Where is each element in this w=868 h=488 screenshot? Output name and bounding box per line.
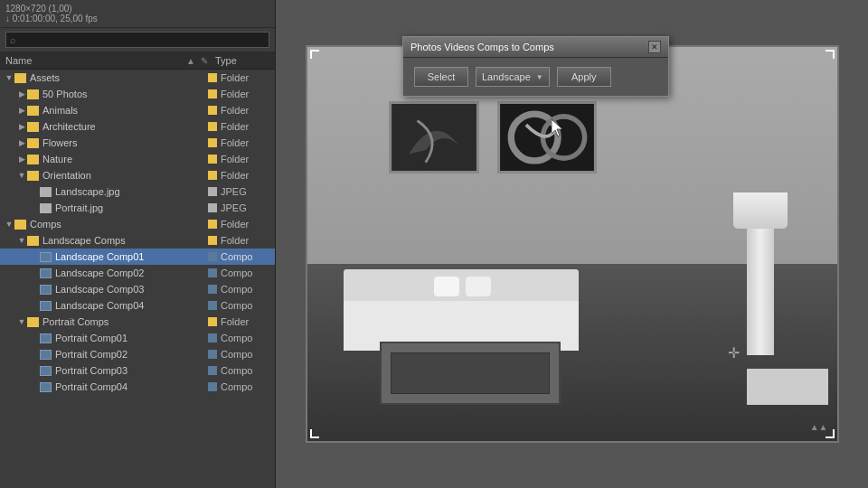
item-label: Assets xyxy=(30,72,208,83)
folder-icon xyxy=(27,171,39,181)
tree-item-architecture[interactable]: ▶ Architecture Folder xyxy=(0,118,275,135)
name-column-header: Name xyxy=(5,55,186,66)
type-badge xyxy=(208,236,217,245)
type-badge xyxy=(208,268,217,277)
type-value: Folder xyxy=(221,219,275,230)
comp-icon xyxy=(40,252,52,262)
tree-item-animals[interactable]: ▶ Animals Folder xyxy=(0,102,275,118)
type-value: Compo xyxy=(221,267,275,278)
type-badge xyxy=(208,106,217,115)
sort-icon[interactable]: ▲ xyxy=(186,56,195,66)
type-value: Compo xyxy=(221,333,275,343)
tree-item-lcomp01[interactable]: Landscape Comp01 Compo xyxy=(0,249,275,265)
type-value: Folder xyxy=(221,154,275,164)
comp-icon xyxy=(40,350,52,360)
type-value: Compo xyxy=(221,251,275,262)
tree-item-pcomp04[interactable]: Portrait Comp04 Compo xyxy=(0,379,275,395)
sofa-back xyxy=(344,269,579,301)
folder-icon xyxy=(27,138,39,148)
folder-icon xyxy=(27,106,39,116)
type-value: Compo xyxy=(221,300,275,311)
folder-icon xyxy=(14,73,26,83)
comp-icon xyxy=(40,268,52,278)
sofa xyxy=(344,269,579,351)
tree-item-portrait_comps[interactable]: ▼ Portrait Comps Folder xyxy=(0,314,275,330)
type-value: Folder xyxy=(221,72,275,83)
tree-item-comps[interactable]: ▼ Comps Folder xyxy=(0,216,275,232)
dialog-close-icon: ✕ xyxy=(651,42,658,52)
type-badge xyxy=(208,171,217,180)
folder-icon xyxy=(14,220,26,230)
type-value: JPEG xyxy=(221,202,275,213)
dialog-photos-videos: Photos Videos Comps to Comps ✕ Select La… xyxy=(402,36,669,97)
tree-item-50photos[interactable]: ▶ 50 Photos Folder xyxy=(0,86,275,102)
item-label: Nature xyxy=(42,154,208,164)
folder-icon xyxy=(27,236,39,246)
tree-item-pcomp01[interactable]: Portrait Comp01 Compo xyxy=(0,330,275,346)
left-panel: 1280×720 (1,00) ↓ 0:01:00:00, 25,00 fps … xyxy=(0,0,276,488)
type-value: Folder xyxy=(221,121,275,132)
tree-item-landscape_comps[interactable]: ▼ Landscape Comps Folder xyxy=(0,232,275,249)
item-label: Portrait.jpg xyxy=(55,202,208,213)
tree-item-assets[interactable]: ▼ Assets Folder xyxy=(0,70,275,86)
type-value: Compo xyxy=(221,349,275,360)
comp-icon xyxy=(40,301,52,311)
type-badge xyxy=(208,301,217,310)
comp-icon xyxy=(40,366,52,376)
type-badge xyxy=(208,333,217,343)
right-panel: ✛ ▲▲ Photos Videos Comps to Comps ✕ Sele… xyxy=(276,0,868,488)
tree-item-lcomp04[interactable]: Landscape Comp04 Compo xyxy=(0,297,275,314)
type-value: Compo xyxy=(221,284,275,295)
type-badge xyxy=(208,203,217,212)
apply-button[interactable]: Apply xyxy=(557,67,611,87)
tree-item-landscape_jpg[interactable]: Landscape.jpg JPEG xyxy=(0,183,275,200)
bottom-right-marker: ▲▲ xyxy=(810,422,828,432)
fps-info: ↓ 0:01:00:00, 25,00 fps xyxy=(5,14,269,23)
jpeg-icon xyxy=(40,203,52,213)
item-label: Landscape Comp04 xyxy=(55,300,208,311)
corner-marker-bl xyxy=(310,429,319,438)
floor-lamp xyxy=(747,192,774,355)
item-label: Portrait Comp04 xyxy=(55,381,208,392)
type-value: Compo xyxy=(221,365,275,376)
tree-item-orientation[interactable]: ▼ Orientation Folder xyxy=(0,167,275,183)
side-table xyxy=(747,369,828,405)
folder-icon xyxy=(27,155,39,164)
type-value: Folder xyxy=(221,105,275,116)
type-value: Folder xyxy=(221,137,275,148)
corner-marker-tl xyxy=(310,50,319,59)
tree-item-nature[interactable]: ▶ Nature Folder xyxy=(0,151,275,167)
folder-icon xyxy=(27,317,39,327)
tree-item-lcomp02[interactable]: Landscape Comp02 Compo xyxy=(0,265,275,281)
type-value: Compo xyxy=(221,381,275,392)
dialog-close-button[interactable]: ✕ xyxy=(648,41,661,53)
item-label: Flowers xyxy=(42,137,208,148)
tree-item-lcomp03[interactable]: Landscape Comp03 Compo xyxy=(0,281,275,297)
item-label: Landscape Comps xyxy=(42,235,208,246)
comp-icon xyxy=(40,382,52,392)
tree-item-pcomp03[interactable]: Portrait Comp03 Compo xyxy=(0,362,275,379)
artwork-1 xyxy=(389,101,479,174)
landscape-dropdown[interactable]: Landscape ▼ xyxy=(476,67,550,87)
item-label: 50 Photos xyxy=(42,89,208,99)
corner-marker-tr xyxy=(826,50,835,59)
tree-item-portrait_jpg[interactable]: Portrait.jpg JPEG xyxy=(0,200,275,216)
comp-icon xyxy=(40,285,52,295)
type-badge xyxy=(208,382,217,391)
tree-header: Name ▲ ✎ Type xyxy=(0,52,275,70)
type-badge xyxy=(208,155,217,164)
item-label: Orientation xyxy=(42,170,208,181)
item-label: Landscape Comp02 xyxy=(55,267,208,278)
top-info-area: 1280×720 (1,00) ↓ 0:01:00:00, 25,00 fps xyxy=(0,0,275,28)
tree-item-pcomp02[interactable]: Portrait Comp02 Compo xyxy=(0,346,275,362)
type-badge xyxy=(208,285,217,294)
dialog-title-bar: Photos Videos Comps to Comps ✕ xyxy=(403,37,668,58)
search-input[interactable] xyxy=(5,32,269,48)
dialog-body: Select Landscape ▼ Apply xyxy=(403,58,668,96)
comp-icon xyxy=(40,333,52,343)
tree-item-flowers[interactable]: ▶ Flowers Folder xyxy=(0,135,275,151)
filter-icon[interactable]: ✎ xyxy=(201,56,208,66)
type-badge xyxy=(208,187,217,196)
item-label: Portrait Comp01 xyxy=(55,333,208,343)
select-button[interactable]: Select xyxy=(414,67,468,87)
